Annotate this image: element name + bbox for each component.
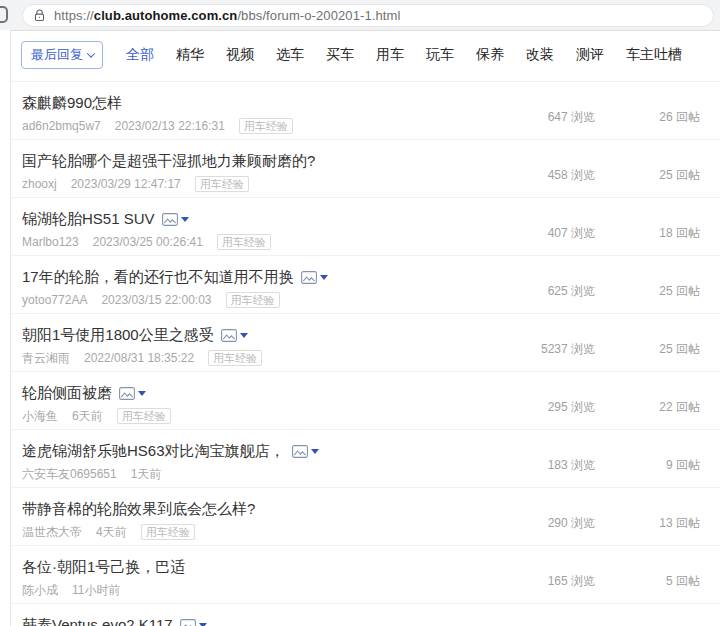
- thread-meta: 陈小成 11小时前: [22, 583, 720, 597]
- thread-views: 625 浏览: [548, 283, 595, 300]
- filter-nav-item[interactable]: 视频: [226, 46, 254, 64]
- thread-author[interactable]: Marlbo123: [22, 235, 79, 249]
- filter-nav-item[interactable]: 选车: [276, 46, 304, 64]
- thread-title[interactable]: 朝阳1号使用1800公里之感受: [22, 326, 214, 345]
- filter-nav: 全部精华视频选车买车用车玩车保养改装测评车主吐槽: [126, 46, 704, 64]
- thread-title[interactable]: 带静音棉的轮胎效果到底会怎么样?: [22, 500, 255, 519]
- thread-tag[interactable]: 用车经验: [208, 350, 262, 366]
- caret-down-icon: [181, 217, 189, 222]
- thread-time: 2022/08/31 18:35:22: [84, 351, 194, 365]
- filter-nav-item[interactable]: 买车: [326, 46, 354, 64]
- thread-time: 1天前: [131, 466, 162, 483]
- thread-author[interactable]: 小海鱼: [22, 408, 58, 425]
- thread-views: 183 浏览: [548, 457, 595, 474]
- filter-nav-item[interactable]: 精华: [176, 46, 204, 64]
- thread-title[interactable]: 锦湖轮胎HS51 SUV: [22, 210, 155, 229]
- thread-attachment[interactable]: [292, 445, 319, 458]
- filter-nav-item[interactable]: 用车: [376, 46, 404, 64]
- thread-title-line: 各位·朝阳1号己换，巴适: [22, 557, 720, 577]
- image-icon: [180, 619, 196, 626]
- thread-title-line: 森麒麟990怎样: [22, 93, 720, 113]
- thread-attachment[interactable]: [119, 387, 146, 400]
- image-icon: [221, 329, 237, 342]
- thread-title[interactable]: 韩泰Ventus evo2 K117: [22, 616, 173, 626]
- thread-meta: Marlbo123 2023/03/25 00:26:41 用车经验: [22, 235, 720, 249]
- thread-title[interactable]: 途虎锦湖舒乐驰HS63对比淘宝旗舰店，: [22, 442, 285, 461]
- thread-attachment[interactable]: [180, 619, 207, 626]
- caret-down-icon: [138, 391, 146, 396]
- thread-tag[interactable]: 用车经验: [226, 292, 280, 308]
- browser-chrome: https://club.autohome.com.cn/bbs/forum-o…: [0, 0, 720, 30]
- thread-meta: zhooxj 2023/03/29 12:47:17 用车经验: [22, 177, 720, 191]
- sort-dropdown-label: 最后回复: [31, 46, 83, 64]
- thread-title-line: 锦湖轮胎HS51 SUV: [22, 209, 720, 229]
- thread-replies: 26 回帖: [659, 109, 700, 126]
- chevron-down-icon: [87, 49, 95, 57]
- filter-nav-item[interactable]: 改装: [526, 46, 554, 64]
- thread-tag[interactable]: 用车经验: [141, 524, 195, 540]
- thread-author[interactable]: yotoo772AA: [22, 293, 87, 307]
- thread-time: 4天前: [96, 524, 127, 541]
- thread-author[interactable]: zhooxj: [22, 177, 57, 191]
- thread-title-line: 韩泰Ventus evo2 K117: [22, 615, 720, 626]
- lock-icon[interactable]: [34, 9, 45, 22]
- caret-down-icon: [311, 449, 319, 454]
- url-scheme: https://: [54, 8, 94, 23]
- thread-row: 途虎锦湖舒乐驰HS63对比淘宝旗舰店， 六安车友0695651 1天前 183 …: [11, 430, 720, 488]
- thread-title-line: 17年的轮胎，看的还行也不知道用不用换: [22, 267, 720, 287]
- thread-replies: 5 回帖: [666, 573, 700, 590]
- thread-attachment[interactable]: [221, 329, 248, 342]
- thread-row: 锦湖轮胎HS51 SUV Marlbo123 2023/03/25 00:26:…: [11, 198, 720, 256]
- thread-time: 2023/03/25 00:26:41: [93, 235, 203, 249]
- thread-time: 2023/03/15 22:00:03: [101, 293, 211, 307]
- thread-replies: 25 回帖: [659, 167, 700, 184]
- thread-title[interactable]: 森麒麟990怎样: [22, 94, 122, 113]
- thread-views: 647 浏览: [548, 109, 595, 126]
- thread-time: 6天前: [72, 408, 103, 425]
- thread-replies: 13 回帖: [659, 515, 700, 532]
- url-domain: club.autohome.com.cn: [94, 8, 238, 23]
- thread-author[interactable]: 陈小成: [22, 582, 58, 599]
- thread-title[interactable]: 17年的轮胎，看的还行也不知道用不用换: [22, 268, 294, 287]
- forum-page: 最后回复 全部精华视频选车买车用车玩车保养改装测评车主吐槽 森麒麟990怎样 a…: [10, 30, 720, 626]
- thread-tag[interactable]: 用车经验: [217, 234, 271, 250]
- thread-title[interactable]: 轮胎侧面被磨: [22, 384, 112, 403]
- filter-bar: 最后回复 全部精华视频选车买车用车玩车保养改装测评车主吐槽: [11, 31, 720, 82]
- thread-views: 290 浏览: [548, 515, 595, 532]
- url-text[interactable]: https://club.autohome.com.cn/bbs/forum-o…: [54, 8, 400, 23]
- thread-row: 森麒麟990怎样 ad6n2bmq5w7 2023/02/13 22:16:31…: [11, 82, 720, 140]
- thread-meta: yotoo772AA 2023/03/15 22:00:03 用车经验: [22, 293, 720, 307]
- browser-partial-icon: [0, 6, 8, 23]
- thread-row: 国产轮胎哪个是超强干湿抓地力兼顾耐磨的? zhooxj 2023/03/29 1…: [11, 140, 720, 198]
- filter-nav-item[interactable]: 车主吐槽: [626, 46, 682, 64]
- image-icon: [301, 271, 317, 284]
- thread-author[interactable]: 温世杰大帝: [22, 524, 82, 541]
- thread-attachment[interactable]: [162, 213, 189, 226]
- thread-row: 17年的轮胎，看的还行也不知道用不用换 yotoo772AA 2023/03/1…: [11, 256, 720, 314]
- thread-title[interactable]: 各位·朝阳1号己换，巴适: [22, 558, 185, 577]
- caret-down-icon: [240, 333, 248, 338]
- thread-title[interactable]: 国产轮胎哪个是超强干湿抓地力兼顾耐磨的?: [22, 152, 315, 171]
- thread-list: 森麒麟990怎样 ad6n2bmq5w7 2023/02/13 22:16:31…: [11, 82, 720, 626]
- thread-author[interactable]: 六安车友0695651: [22, 466, 117, 483]
- thread-attachment[interactable]: [301, 271, 328, 284]
- filter-nav-item[interactable]: 测评: [576, 46, 604, 64]
- thread-title-line: 朝阳1号使用1800公里之感受: [22, 325, 720, 345]
- filter-nav-item[interactable]: 保养: [476, 46, 504, 64]
- thread-tag[interactable]: 用车经验: [239, 118, 293, 134]
- thread-author[interactable]: ad6n2bmq5w7: [22, 119, 101, 133]
- address-bar[interactable]: https://club.autohome.com.cn/bbs/forum-o…: [22, 4, 714, 27]
- thread-views: 458 浏览: [548, 167, 595, 184]
- thread-tag[interactable]: 用车经验: [195, 176, 249, 192]
- filter-nav-item[interactable]: 全部: [126, 46, 154, 64]
- thread-author[interactable]: 青云湘雨: [22, 350, 70, 367]
- thread-title-line: 带静音棉的轮胎效果到底会怎么样?: [22, 499, 720, 519]
- thread-row: 朝阳1号使用1800公里之感受 青云湘雨 2022/08/31 18:35:22…: [11, 314, 720, 372]
- thread-views: 295 浏览: [548, 399, 595, 416]
- sort-dropdown-button[interactable]: 最后回复: [21, 41, 103, 69]
- thread-tag[interactable]: 用车经验: [117, 408, 171, 424]
- filter-nav-item[interactable]: 玩车: [426, 46, 454, 64]
- thread-views: 5237 浏览: [541, 341, 595, 358]
- thread-row: 各位·朝阳1号己换，巴适 陈小成 11小时前 165 浏览 5 回帖: [11, 546, 720, 604]
- thread-views: 407 浏览: [548, 225, 595, 242]
